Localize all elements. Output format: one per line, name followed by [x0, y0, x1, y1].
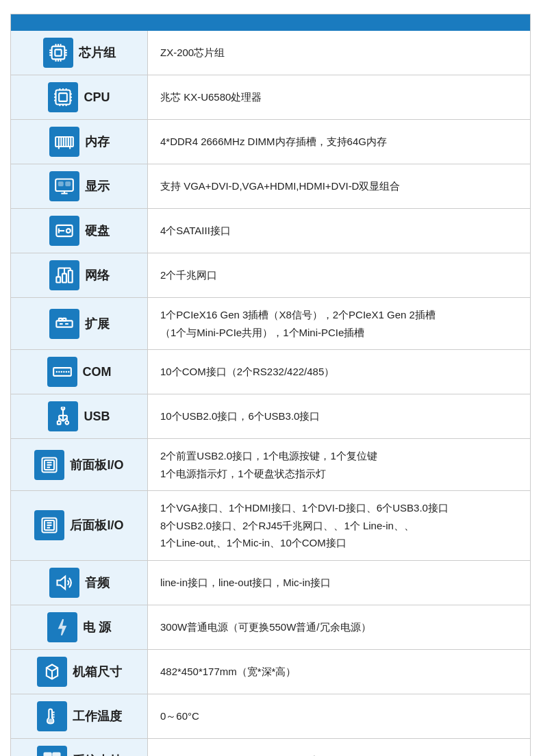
right-cell-rear-io: 1个VGA接口、1个HDMI接口、1个DVI-D接口、6个USB3.0接口8个U…	[148, 491, 530, 560]
row-front-io: 前面板I/O2个前置USB2.0接口，1个电源按键，1个复位键1个电源指示灯，1…	[11, 439, 530, 491]
left-cell-harddisk: 硬盘	[11, 209, 148, 253]
row-usb: USB10个USB2.0接口，6个USB3.0接口	[11, 394, 530, 439]
cpu-icon	[48, 82, 78, 112]
left-cell-expand: 扩展	[11, 298, 148, 349]
svg-point-84	[49, 719, 52, 722]
os-label: 系统支持	[73, 753, 122, 757]
expand-icon	[49, 309, 79, 339]
value-com: 10个COM接口（2个RS232/422/485）	[160, 363, 518, 381]
chipset-label: 芯片组	[79, 45, 116, 61]
right-cell-harddisk: 4个SATAIII接口	[148, 209, 530, 253]
svg-marker-82	[57, 576, 65, 589]
left-cell-chassis: 机箱尺寸	[11, 650, 148, 694]
temperature-label: 工作温度	[73, 708, 122, 724]
value-harddisk: 4个SATAIII接口	[160, 222, 518, 240]
cpu-label: CPU	[84, 90, 110, 105]
expand-label: 扩展	[85, 316, 110, 332]
network-icon	[49, 260, 79, 290]
svg-rect-55	[62, 318, 66, 320]
com-icon	[47, 357, 77, 387]
row-harddisk: 硬盘4个SATAIII接口	[11, 209, 530, 253]
right-cell-display: 支持 VGA+DVI-D,VGA+HDMI,HDMI+DVI-D双显组合	[148, 164, 530, 208]
row-expand: 扩展1个PCIeX16 Gen 3插槽（X8信号），2个PCIeX1 Gen 2…	[11, 298, 530, 350]
os-icon	[37, 746, 67, 757]
value-rear-io: 1个VGA接口、1个HDMI接口、1个DVI-D接口、6个USB3.0接口8个U…	[160, 499, 518, 552]
value-chassis: 482*450*177mm（宽*深*高）	[160, 663, 518, 681]
left-cell-com: COM	[11, 350, 148, 394]
row-chassis: 机箱尺寸482*450*177mm（宽*深*高）	[11, 650, 530, 694]
left-cell-display: 显示	[11, 164, 148, 208]
svg-rect-88	[44, 753, 51, 756]
display-label: 显示	[85, 178, 110, 194]
power-icon	[47, 612, 77, 642]
right-cell-os: Windows 7/Windows 10/Linux/国产Linux	[148, 739, 530, 757]
right-cell-power: 300W普通电源（可更换550W普通/冗余电源）	[148, 605, 530, 649]
row-os: 系统支持Windows 7/Windows 10/Linux/国产Linux	[11, 739, 530, 757]
left-cell-usb: USB	[11, 394, 148, 438]
memory-icon	[49, 127, 79, 157]
svg-rect-89	[53, 753, 60, 756]
value-front-io: 2个前置USB2.0接口，1个电源按键，1个复位键1个电源指示灯，1个硬盘状态指…	[160, 447, 518, 482]
left-cell-cpu: CPU	[11, 75, 148, 119]
value-os: Windows 7/Windows 10/Linux/国产Linux	[160, 752, 518, 756]
right-cell-audio: line-in接口，line-out接口，Mic-in接口	[148, 561, 530, 605]
right-cell-front-io: 2个前置USB2.0接口，1个电源按键，1个复位键1个电源指示灯，1个硬盘状态指…	[148, 439, 530, 490]
chipset-icon	[43, 38, 73, 68]
svg-rect-46	[56, 277, 60, 282]
svg-point-43	[66, 229, 70, 233]
value-power: 300W普通电源（可更换550W普通/冗余电源）	[160, 618, 518, 636]
chassis-label: 机箱尺寸	[73, 664, 122, 680]
left-cell-temperature: 工作温度	[11, 694, 148, 738]
value-display: 支持 VGA+DVI-D,VGA+HDMI,HDMI+DVI-D双显组合	[160, 177, 518, 195]
right-cell-temperature: 0～60°C	[148, 694, 530, 738]
row-temperature: 工作温度0～60°C	[11, 694, 530, 739]
right-cell-usb: 10个USB2.0接口，6个USB3.0接口	[148, 394, 530, 438]
front-io-label: 前面板I/O	[70, 457, 123, 473]
power-label: 电 源	[83, 619, 111, 635]
svg-rect-48	[68, 270, 72, 283]
svg-rect-14	[56, 90, 71, 105]
value-temperature: 0～60°C	[160, 707, 518, 725]
value-network: 2个千兆网口	[160, 266, 518, 284]
left-cell-network: 网络	[11, 253, 148, 297]
com-label: COM	[83, 365, 112, 379]
svg-rect-0	[51, 47, 64, 60]
right-cell-network: 2个千兆网口	[148, 253, 530, 297]
harddisk-icon	[49, 216, 79, 246]
row-memory: 内存4*DDR4 2666MHz DIMM内存插槽，支持64G内存	[11, 120, 530, 164]
right-cell-expand: 1个PCIeX16 Gen 3插槽（X8信号），2个PCIeX1 Gen 2插槽…	[148, 298, 530, 349]
right-cell-memory: 4*DDR4 2666MHz DIMM内存插槽，支持64G内存	[148, 120, 530, 164]
usb-label: USB	[84, 410, 110, 424]
left-cell-chipset: 芯片组	[11, 31, 148, 75]
row-audio: 音频line-in接口，line-out接口，Mic-in接口	[11, 561, 530, 605]
svg-point-67	[66, 421, 69, 425]
usb-icon	[48, 401, 78, 431]
row-rear-io: 后面板I/O1个VGA接口、1个HDMI接口、1个DVI-D接口、6个USB3.…	[11, 491, 530, 561]
svg-rect-15	[60, 93, 68, 101]
svg-rect-47	[62, 274, 66, 283]
row-com: COM10个COM接口（2个RS232/422/485）	[11, 350, 530, 394]
left-cell-front-io: 前面板I/O	[11, 439, 148, 490]
svg-rect-53	[56, 320, 72, 327]
table-title	[11, 14, 530, 31]
rear-io-icon	[34, 510, 64, 540]
value-expand: 1个PCIeX16 Gen 3插槽（X8信号），2个PCIeX1 Gen 2插槽…	[160, 306, 518, 341]
right-cell-cpu: 兆芯 KX-U6580处理器	[148, 75, 530, 119]
audio-icon	[49, 568, 79, 598]
value-memory: 4*DDR4 2666MHz DIMM内存插槽，支持64G内存	[160, 133, 518, 151]
spec-table: 芯片组ZX-200芯片组 CPU兆芯 KX-U6580处理器 内存4*DDR4 …	[10, 14, 531, 756]
memory-label: 内存	[85, 134, 110, 150]
left-cell-audio: 音频	[11, 561, 148, 605]
chassis-icon	[37, 657, 67, 687]
value-usb: 10个USB2.0接口，6个USB3.0接口	[160, 407, 518, 425]
value-cpu: 兆芯 KX-U6580处理器	[160, 88, 518, 106]
rear-io-label: 后面板I/O	[70, 517, 123, 533]
row-network: 网络2个千兆网口	[11, 253, 530, 298]
svg-rect-54	[58, 318, 62, 320]
svg-rect-40	[58, 182, 62, 186]
left-cell-power: 电 源	[11, 605, 148, 649]
value-audio: line-in接口，line-out接口，Mic-in接口	[160, 574, 518, 592]
row-display: 显示支持 VGA+DVI-D,VGA+HDMI,HDMI+DVI-D双显组合	[11, 164, 530, 209]
harddisk-label: 硬盘	[85, 223, 110, 239]
right-cell-chipset: ZX-200芯片组	[148, 31, 530, 75]
